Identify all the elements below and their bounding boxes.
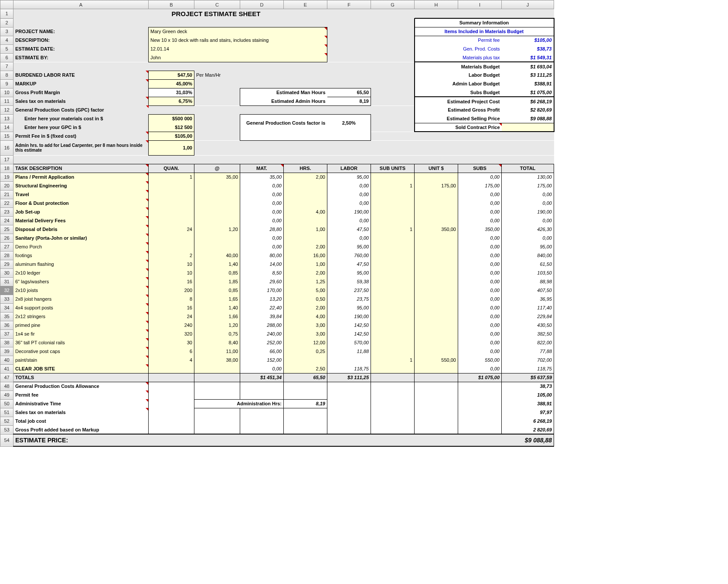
task-unitprice[interactable]	[415, 312, 458, 321]
row-header-24[interactable]: 24	[0, 216, 14, 225]
cell[interactable]	[194, 425, 240, 434]
task-hrs[interactable]	[284, 234, 327, 242]
cell[interactable]	[415, 425, 458, 434]
cell[interactable]	[327, 382, 371, 390]
row-header-17[interactable]: 17	[0, 155, 14, 164]
cell[interactable]	[149, 425, 194, 434]
cell[interactable]	[327, 425, 371, 434]
task-quan[interactable]	[149, 364, 194, 373]
row-header-32[interactable]: 32	[0, 286, 14, 295]
cell[interactable]	[371, 36, 415, 44]
task-quan[interactable]: 1	[149, 173, 194, 181]
row-header-5[interactable]: 5	[0, 44, 14, 53]
cell[interactable]	[415, 382, 458, 390]
task-at[interactable]: 1,65	[194, 295, 240, 303]
cell[interactable]	[284, 9, 327, 19]
task-unitprice[interactable]	[415, 207, 458, 216]
task-description[interactable]: Floor & Dust protection	[14, 199, 149, 207]
cell[interactable]	[327, 399, 371, 408]
task-at[interactable]: 40,00	[194, 251, 240, 260]
task-subunits[interactable]	[371, 268, 415, 277]
row-header-48[interactable]: 48	[0, 382, 14, 390]
col-header-A[interactable]: A	[14, 0, 149, 9]
task-at[interactable]: 35,00	[194, 173, 240, 181]
task-at[interactable]: 0,85	[194, 286, 240, 295]
cell[interactable]	[194, 79, 415, 88]
row-header-14[interactable]: 14	[0, 123, 14, 132]
task-hrs[interactable]	[284, 199, 327, 207]
task-hrs[interactable]: 2,00	[284, 242, 327, 251]
task-quan[interactable]: 4	[149, 356, 194, 364]
cell[interactable]	[371, 408, 415, 417]
task-unitprice[interactable]	[415, 234, 458, 242]
row-header-20[interactable]: 20	[0, 181, 14, 190]
row-header-52[interactable]: 52	[0, 417, 14, 425]
task-hrs[interactable]: 0,50	[284, 295, 327, 303]
row-header-19[interactable]: 19	[0, 173, 14, 181]
cell[interactable]	[14, 18, 415, 27]
row-header-1[interactable]: 1	[0, 9, 14, 19]
row-header-54[interactable]: 54	[0, 434, 14, 446]
sales-tax-value[interactable]: 6,75%	[149, 97, 194, 105]
task-hrs[interactable]	[284, 356, 327, 364]
task-unitprice[interactable]	[415, 303, 458, 312]
task-subunits[interactable]	[371, 190, 415, 199]
task-quan[interactable]: 30	[149, 338, 194, 347]
col-header-I[interactable]: I	[458, 0, 502, 9]
cell[interactable]	[194, 373, 240, 382]
task-description[interactable]: Travel	[14, 190, 149, 199]
task-at[interactable]	[194, 207, 240, 216]
task-quan[interactable]	[149, 234, 194, 242]
cell[interactable]	[371, 382, 415, 390]
cell[interactable]	[194, 408, 240, 417]
task-hrs[interactable]: 5,00	[284, 286, 327, 295]
row-header-47[interactable]: 47	[0, 373, 14, 382]
row-header-41[interactable]: 41	[0, 364, 14, 373]
task-description[interactable]: Job Set-up	[14, 207, 149, 216]
cell[interactable]	[240, 425, 284, 434]
row-header-21[interactable]: 21	[0, 190, 14, 199]
task-at[interactable]: 11,00	[194, 347, 240, 356]
cell[interactable]	[371, 44, 415, 53]
task-at[interactable]: 8,40	[194, 338, 240, 347]
task-hrs[interactable]: 1,00	[284, 225, 327, 234]
cell[interactable]	[327, 36, 371, 44]
cell[interactable]	[240, 132, 327, 140]
cell[interactable]	[371, 9, 415, 19]
task-quan[interactable]: 6	[149, 347, 194, 356]
task-subunits[interactable]	[371, 277, 415, 286]
cell[interactable]	[194, 382, 240, 390]
task-subunits[interactable]	[371, 173, 415, 181]
task-subunits[interactable]	[371, 312, 415, 321]
row-header-36[interactable]: 36	[0, 321, 14, 329]
task-hrs[interactable]: 3,00	[284, 329, 327, 338]
task-at[interactable]: 1,66	[194, 312, 240, 321]
task-quan[interactable]	[149, 216, 194, 225]
row-header-33[interactable]: 33	[0, 295, 14, 303]
cell[interactable]	[415, 399, 458, 408]
task-unitprice[interactable]	[415, 251, 458, 260]
task-hrs[interactable]: 2,00	[284, 303, 327, 312]
task-at[interactable]: 0,85	[194, 268, 240, 277]
cell[interactable]	[458, 399, 502, 408]
cell[interactable]	[194, 140, 554, 155]
task-description[interactable]: 4x4 support posts	[14, 303, 149, 312]
task-subunits[interactable]	[371, 329, 415, 338]
cell[interactable]	[371, 425, 415, 434]
cell[interactable]	[371, 417, 415, 425]
permit-fee-value[interactable]: $105,00	[149, 132, 194, 140]
task-quan[interactable]: 24	[149, 225, 194, 234]
spreadsheet[interactable]: ABCDEFGHIJ 1PROJECT ESTIMATE SHEET2Summa…	[0, 0, 555, 447]
task-quan[interactable]	[149, 242, 194, 251]
cell[interactable]	[240, 71, 415, 79]
task-quan[interactable]: 10	[149, 268, 194, 277]
cell[interactable]	[458, 417, 502, 425]
task-description[interactable]: aluminum flashing	[14, 260, 149, 268]
estimate-by-value[interactable]: John	[149, 53, 327, 62]
task-unitprice[interactable]	[415, 173, 458, 181]
cell[interactable]	[327, 132, 371, 140]
row-header-39[interactable]: 39	[0, 347, 14, 356]
row-header-22[interactable]: 22	[0, 199, 14, 207]
task-subunits[interactable]	[371, 321, 415, 329]
cell[interactable]	[149, 373, 194, 382]
